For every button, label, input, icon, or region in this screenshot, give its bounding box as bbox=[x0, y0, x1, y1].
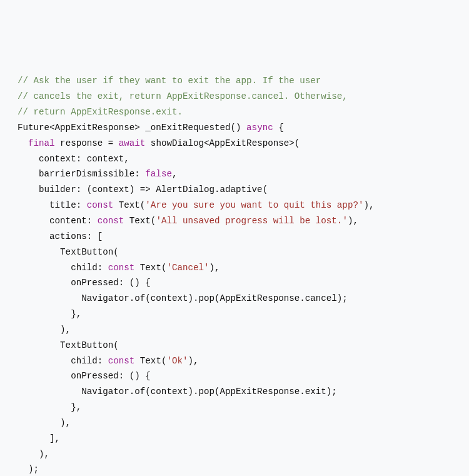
keyword-const: const bbox=[87, 200, 114, 210]
code-text: ), bbox=[209, 263, 220, 273]
code-text: context: context, bbox=[18, 154, 129, 164]
string-literal: 'Are you sure you want to quit this app?… bbox=[145, 200, 363, 210]
code-line: TextButton( bbox=[18, 245, 451, 260]
code-text: }, bbox=[18, 309, 81, 319]
code-text: title: bbox=[18, 200, 87, 210]
code-text: { bbox=[273, 123, 284, 133]
keyword-false: false bbox=[145, 169, 172, 179]
keyword-const: const bbox=[108, 356, 135, 366]
code-line: child: const Text('Cancel'), bbox=[18, 260, 451, 276]
keyword-const: const bbox=[98, 216, 124, 226]
code-line: ), bbox=[18, 322, 451, 338]
code-text: child: bbox=[18, 356, 108, 366]
code-line: ); bbox=[18, 462, 451, 476]
code-text: ), bbox=[18, 418, 71, 428]
keyword-async: async bbox=[246, 123, 273, 133]
code-text: child: bbox=[18, 263, 108, 273]
comment-text: // return AppExitResponse.exit. bbox=[18, 107, 183, 117]
code-line: ), bbox=[18, 447, 451, 462]
code-line: // Ask the user if they want to exit the… bbox=[18, 73, 451, 89]
code-text: Text( bbox=[124, 216, 156, 226]
code-text: TextButton( bbox=[18, 247, 119, 257]
code-text bbox=[18, 138, 28, 148]
code-line: title: const Text('Are you sure you want… bbox=[18, 198, 451, 213]
code-text: ); bbox=[18, 464, 39, 474]
code-text: content: bbox=[18, 216, 98, 226]
code-text: onPressed: () { bbox=[18, 278, 151, 288]
code-line: content: const Text('All unsaved progres… bbox=[18, 213, 451, 229]
comment-text: // Ask the user if they want to exit the… bbox=[18, 76, 321, 86]
code-text: ), bbox=[18, 325, 71, 335]
code-text: actions: [ bbox=[18, 231, 103, 241]
code-line: ], bbox=[18, 431, 451, 447]
code-line: // cancels the exit, return AppExitRespo… bbox=[18, 89, 451, 104]
code-text: response = bbox=[55, 138, 119, 148]
code-block: // Ask the user if they want to exit the… bbox=[18, 73, 451, 476]
code-line: actions: [ bbox=[18, 229, 451, 245]
code-text: barrierDismissible: bbox=[18, 169, 145, 179]
code-line: }, bbox=[18, 306, 451, 322]
code-line: ), bbox=[18, 415, 451, 431]
code-line: Navigator.of(context).pop(AppExitRespons… bbox=[18, 384, 451, 400]
code-line: Navigator.of(context).pop(AppExitRespons… bbox=[18, 291, 451, 306]
keyword-final: final bbox=[28, 138, 55, 148]
code-text: }, bbox=[18, 402, 81, 412]
code-line: }, bbox=[18, 400, 451, 415]
code-text: builder: (context) => AlertDialog.adapti… bbox=[18, 185, 268, 195]
code-text: ], bbox=[18, 433, 60, 443]
code-text: , bbox=[172, 169, 178, 179]
keyword-const: const bbox=[108, 263, 135, 273]
code-line: final response = await showDialog<AppExi… bbox=[18, 136, 451, 151]
code-text: Navigator.of(context).pop(AppExitRespons… bbox=[18, 293, 348, 303]
code-line: builder: (context) => AlertDialog.adapti… bbox=[18, 182, 451, 198]
code-text: showDialog<AppExitResponse>( bbox=[145, 138, 300, 148]
keyword-await: await bbox=[119, 138, 146, 148]
code-line: TextButton( bbox=[18, 338, 451, 353]
code-text: TextButton( bbox=[18, 340, 119, 350]
string-literal: 'Ok' bbox=[166, 356, 188, 366]
string-literal: 'Cancel' bbox=[166, 263, 209, 273]
code-text: Future<AppExitResponse> _onExitRequested… bbox=[18, 123, 246, 133]
code-text: Text( bbox=[113, 200, 145, 210]
code-text: ), bbox=[18, 449, 49, 459]
code-line: // return AppExitResponse.exit. bbox=[18, 104, 451, 120]
code-line: onPressed: () { bbox=[18, 368, 451, 384]
code-text: Navigator.of(context).pop(AppExitRespons… bbox=[18, 387, 337, 397]
code-line: onPressed: () { bbox=[18, 275, 451, 291]
comment-text: // cancels the exit, return AppExitRespo… bbox=[18, 91, 348, 101]
code-line: context: context, bbox=[18, 151, 451, 167]
code-text: ), bbox=[188, 356, 198, 366]
string-literal: 'All unsaved progress will be lost.' bbox=[156, 216, 348, 226]
code-text: Text( bbox=[134, 263, 166, 273]
code-text: Text( bbox=[134, 356, 166, 366]
code-line: Future<AppExitResponse> _onExitRequested… bbox=[18, 120, 451, 136]
code-text: ), bbox=[348, 216, 358, 226]
code-line: child: const Text('Ok'), bbox=[18, 353, 451, 369]
code-line: barrierDismissible: false, bbox=[18, 166, 451, 182]
code-text: ), bbox=[363, 200, 374, 210]
code-text: onPressed: () { bbox=[18, 371, 151, 381]
